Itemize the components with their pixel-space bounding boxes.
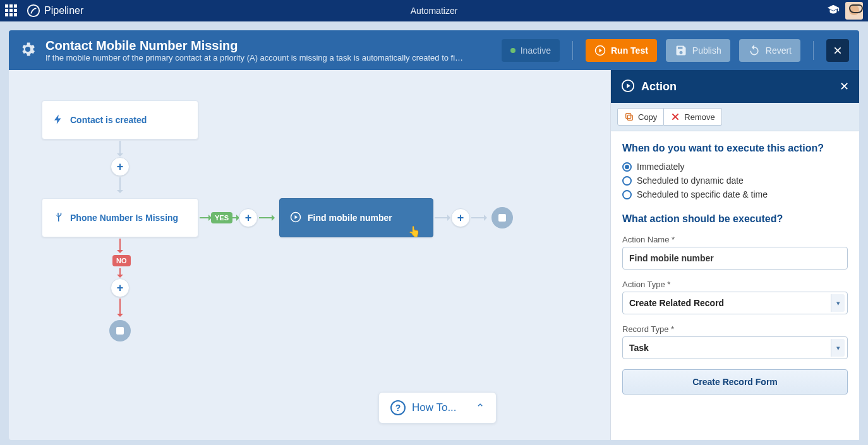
add-step-button[interactable]: + (111, 157, 130, 176)
panel-toolbar: Copy Remove (611, 103, 859, 131)
brand: Pipeliner (27, 4, 83, 18)
action-label: Find mobile number (308, 213, 392, 223)
revert-label: Revert (766, 45, 792, 56)
publish-label: Publish (692, 45, 721, 56)
action-node[interactable]: Find mobile number (279, 198, 433, 237)
pipeliner-logo-icon (27, 4, 40, 18)
brand-label: Pipeliner (44, 5, 83, 16)
remove-icon (670, 112, 680, 122)
radio-off-icon (622, 176, 632, 186)
connector-no (119, 299, 121, 316)
question-execute: When do you want to execute this action? (622, 143, 848, 154)
end-node[interactable] (491, 207, 513, 228)
play-circle-icon (594, 45, 606, 56)
close-button[interactable] (826, 39, 849, 62)
publish-button: Publish (666, 39, 730, 62)
action-name-label: Action Name * (622, 235, 848, 244)
radio-immediately[interactable]: Immediately (622, 162, 848, 172)
close-icon (833, 45, 843, 56)
add-step-no-button[interactable]: + (111, 278, 130, 297)
flow-canvas[interactable]: Contact is created + Phone Number Is Mis… (9, 70, 610, 440)
lightning-icon (52, 114, 64, 127)
connector-yes (200, 217, 211, 218)
run-test-button[interactable]: Run Test (586, 39, 657, 62)
apps-grid-icon[interactable] (5, 4, 18, 17)
remove-label: Remove (684, 112, 714, 122)
add-step-after-action-button[interactable]: + (451, 208, 470, 227)
action-type-label: Action Type * (622, 280, 848, 289)
svg-rect-4 (627, 115, 632, 120)
run-test-label: Run Test (611, 45, 648, 56)
connector (119, 177, 121, 193)
record-type-select[interactable]: Task ▾ (622, 336, 848, 359)
connector-no (119, 239, 121, 252)
status-label: Inactive (521, 45, 551, 56)
connector-yes (259, 217, 274, 218)
menubar: Pipeliner Automatizer (0, 0, 868, 21)
academy-icon[interactable] (826, 3, 840, 19)
yes-badge: YES (211, 212, 232, 223)
radio-immediately-label: Immediately (637, 162, 684, 172)
record-type-value: Task (629, 343, 649, 353)
status-dot-icon (510, 48, 515, 53)
copy-button[interactable]: Copy (617, 108, 664, 126)
copy-icon (624, 112, 634, 122)
branch-icon (52, 211, 64, 225)
page-title: Automatizer (411, 6, 458, 16)
connector-no (119, 268, 121, 277)
close-panel-button[interactable]: ✕ (840, 80, 849, 93)
condition-label: Phone Number Is Missing (70, 213, 178, 223)
radio-dynamic-date[interactable]: Scheduled to dynamic date (622, 175, 848, 186)
revert-icon (748, 44, 761, 57)
status-inactive-button: Inactive (502, 39, 560, 62)
copy-label: Copy (638, 112, 657, 122)
process-title: Contact Mobile Number Missing (45, 38, 463, 53)
connector (471, 217, 486, 218)
radio-specific-date[interactable]: Scheduled to specific date & time (622, 189, 848, 199)
create-record-form-button[interactable]: Create Record Form (622, 369, 848, 395)
panel-title: Action (641, 80, 677, 93)
end-node[interactable] (109, 320, 131, 341)
howto-label: How To... (412, 401, 457, 414)
chevron-down-icon: ▾ (831, 294, 845, 312)
action-type-value: Create Related Record (629, 298, 724, 308)
process-description: If the mobile number of the primary cont… (45, 53, 463, 62)
workspace: Contact is created + Phone Number Is Mis… (9, 70, 859, 440)
radio-off-icon (622, 190, 632, 199)
svg-point-0 (28, 5, 39, 16)
separator (572, 41, 573, 60)
question-icon: ? (390, 400, 406, 415)
action-type-select[interactable]: Create Related Record ▾ (622, 292, 848, 314)
connector-yes (230, 217, 239, 218)
record-type-label: Record Type * (622, 324, 848, 334)
trigger-label: Contact is created (70, 115, 147, 125)
chevron-up-icon: ⌃ (476, 401, 485, 415)
panel-header: Action ✕ (611, 70, 859, 103)
play-circle-icon (290, 211, 301, 225)
connector (435, 217, 450, 218)
save-icon (675, 44, 687, 57)
add-step-yes-button[interactable]: + (239, 208, 258, 227)
play-circle-icon (621, 79, 635, 95)
svg-rect-5 (626, 114, 631, 119)
radio-specific-label: Scheduled to specific date & time (637, 189, 768, 199)
remove-button[interactable]: Remove (664, 108, 721, 126)
condition-node[interactable]: Phone Number Is Missing (42, 198, 198, 237)
gear-icon (19, 40, 37, 60)
chevron-down-icon: ▾ (831, 339, 845, 357)
radio-dynamic-label: Scheduled to dynamic date (637, 175, 744, 186)
revert-button: Revert (739, 39, 800, 62)
separator (813, 41, 814, 60)
action-name-input[interactable] (622, 247, 848, 270)
question-action: What action should be executed? (622, 213, 848, 225)
no-badge: NO (112, 255, 131, 266)
connector (119, 141, 121, 156)
radio-on-icon (622, 162, 632, 172)
user-avatar[interactable] (845, 2, 863, 20)
action-panel: Action ✕ Copy Remove When do you want to… (610, 70, 859, 440)
process-header: Contact Mobile Number Missing If the mob… (9, 30, 859, 70)
howto-panel[interactable]: ? How To... ⌃ (378, 392, 497, 424)
trigger-node[interactable]: Contact is created (42, 100, 198, 139)
panel-body: When do you want to execute this action?… (611, 131, 859, 440)
